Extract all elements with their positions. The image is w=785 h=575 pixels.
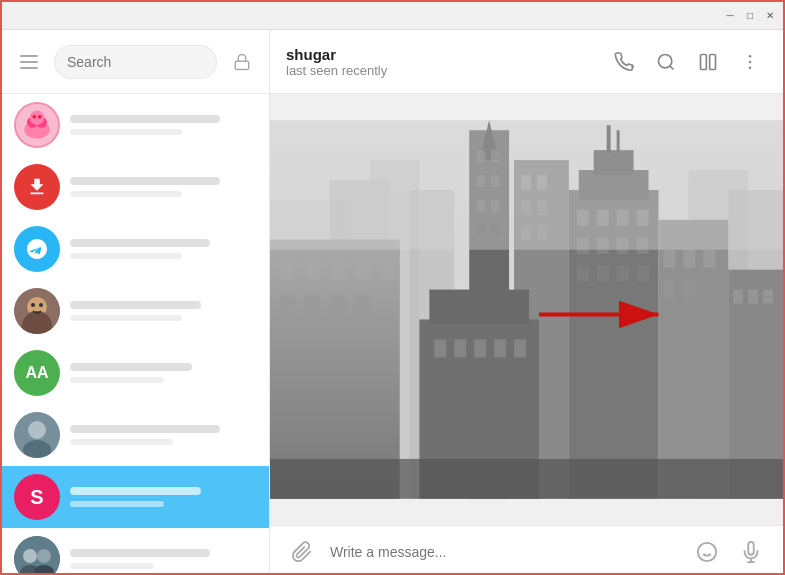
svg-rect-63 — [355, 295, 370, 315]
svg-rect-85 — [663, 280, 675, 298]
chat-name-bar — [70, 549, 210, 557]
chat-preview-bar — [70, 315, 182, 321]
columns-icon — [698, 52, 718, 72]
chat-name-bar — [70, 301, 201, 309]
minimize-button[interactable]: ─ — [721, 7, 739, 25]
message-input[interactable] — [330, 544, 679, 560]
attach-icon — [291, 541, 313, 563]
svg-rect-60 — [280, 295, 295, 315]
chat-info — [70, 549, 257, 569]
svg-point-17 — [23, 549, 37, 563]
svg-rect-23 — [701, 54, 707, 69]
avatar — [14, 164, 60, 210]
avatar — [14, 226, 60, 272]
svg-point-102 — [698, 542, 716, 560]
message-input-bar — [270, 525, 783, 575]
chat-preview-bar — [70, 439, 173, 445]
svg-rect-56 — [305, 260, 320, 280]
sidebar: AA — [2, 30, 270, 575]
svg-rect-0 — [235, 61, 249, 69]
svg-point-25 — [749, 54, 752, 57]
avatar — [14, 412, 60, 458]
svg-point-14 — [28, 421, 46, 439]
avatar-face — [14, 288, 60, 334]
svg-point-6 — [32, 115, 36, 119]
mic-icon — [740, 541, 762, 563]
chat-name-bar — [70, 363, 192, 371]
chat-item[interactable] — [2, 280, 269, 342]
avatar-initials: AA — [25, 364, 48, 382]
sidebar-header — [2, 30, 269, 94]
svg-rect-84 — [703, 250, 715, 268]
title-bar: ─ □ ✕ — [2, 2, 783, 30]
mic-button[interactable] — [735, 536, 767, 568]
svg-rect-83 — [683, 250, 695, 268]
svg-rect-89 — [748, 290, 758, 304]
svg-point-7 — [38, 115, 42, 119]
svg-rect-92 — [429, 290, 529, 325]
call-button[interactable] — [607, 45, 641, 79]
chat-name-bar — [70, 487, 201, 495]
chat-info — [70, 363, 257, 383]
chat-header: shugar last seen recently — [270, 30, 783, 94]
maximize-button[interactable]: □ — [741, 7, 759, 25]
chat-list: AA — [2, 94, 269, 575]
attach-button[interactable] — [286, 536, 318, 568]
chat-item-active[interactable]: S — [2, 466, 269, 528]
chat-preview-bar — [70, 129, 182, 135]
svg-rect-55 — [280, 260, 295, 280]
chat-info — [70, 177, 257, 197]
phone-icon — [614, 52, 634, 72]
chat-preview-bar — [70, 563, 154, 569]
chat-info — [70, 425, 257, 445]
chat-name-bar — [70, 239, 210, 247]
svg-rect-97 — [514, 339, 526, 357]
svg-rect-80 — [637, 266, 649, 282]
chat-info — [70, 239, 257, 259]
avatar-image — [16, 102, 58, 148]
lock-button[interactable] — [227, 47, 257, 77]
chat-item[interactable] — [2, 218, 269, 280]
chat-info — [70, 115, 257, 135]
chat-preview-bar — [70, 253, 182, 259]
svg-rect-95 — [474, 339, 486, 357]
emoji-button[interactable] — [691, 536, 723, 568]
svg-rect-99 — [270, 120, 783, 249]
avatar — [14, 288, 60, 334]
svg-rect-57 — [330, 260, 345, 280]
svg-rect-82 — [663, 250, 675, 268]
svg-rect-59 — [380, 260, 395, 280]
svg-rect-58 — [355, 260, 370, 280]
search-input[interactable] — [67, 54, 204, 70]
emoji-icon — [696, 541, 718, 563]
chat-name-bar — [70, 115, 220, 123]
more-button[interactable] — [733, 45, 767, 79]
svg-point-5 — [30, 110, 45, 125]
search-button[interactable] — [649, 45, 683, 79]
svg-point-21 — [659, 54, 672, 67]
hamburger-button[interactable] — [14, 47, 44, 77]
chat-item[interactable] — [2, 404, 269, 466]
svg-rect-93 — [434, 339, 446, 357]
avatar-initial: S — [30, 486, 43, 509]
svg-rect-94 — [454, 339, 466, 357]
chat-preview-bar — [70, 377, 164, 383]
columns-button[interactable] — [691, 45, 725, 79]
cityscape-image — [270, 94, 783, 525]
chat-item[interactable] — [2, 156, 269, 218]
svg-point-18 — [37, 549, 51, 563]
download-icon — [26, 176, 48, 198]
chat-preview-bar — [70, 191, 182, 197]
header-icons — [607, 45, 767, 79]
chat-main: shugar last seen recently — [270, 30, 783, 575]
svg-rect-61 — [305, 295, 320, 315]
chat-item[interactable] — [2, 528, 269, 575]
svg-rect-90 — [763, 290, 773, 304]
close-button[interactable]: ✕ — [761, 7, 779, 25]
chat-item[interactable] — [2, 94, 269, 156]
chat-item[interactable]: AA — [2, 342, 269, 404]
hamburger-line — [20, 55, 38, 57]
svg-line-22 — [670, 65, 674, 69]
svg-point-12 — [39, 303, 43, 307]
svg-rect-96 — [494, 339, 506, 357]
